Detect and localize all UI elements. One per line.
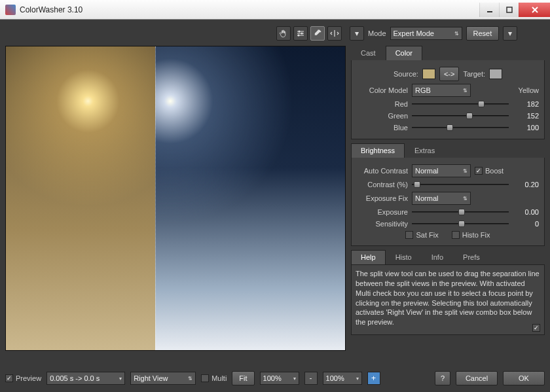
eyedropper-tool-icon[interactable] bbox=[310, 26, 325, 41]
histo-fix-checkbox[interactable]: Histo Fix bbox=[452, 231, 490, 239]
preview-before bbox=[6, 46, 155, 350]
top-toolbar: ▾ Mode Expert Mode Reset ▾ bbox=[5, 25, 545, 42]
help-button[interactable]: ? bbox=[435, 371, 450, 385]
sensitivity-slider[interactable] bbox=[412, 219, 509, 228]
color-model-label: Color Model bbox=[357, 86, 408, 94]
fit-button[interactable]: Fit bbox=[232, 371, 254, 385]
sensitivity-value: 0 bbox=[513, 220, 539, 228]
auto-contrast-select[interactable]: Normal bbox=[412, 164, 471, 177]
blue-slider[interactable] bbox=[412, 123, 509, 132]
bottom-toolbar: ✓Preview 0.005 s -> 0.0 s Right View Mul… bbox=[5, 370, 545, 387]
split-tool-icon[interactable] bbox=[327, 26, 342, 41]
sat-fix-checkbox[interactable]: Sat Fix bbox=[405, 231, 438, 239]
split-divider[interactable] bbox=[155, 46, 156, 350]
zoom-out-button[interactable]: - bbox=[304, 372, 318, 385]
help-corner-checkbox[interactable]: ✓ bbox=[532, 324, 540, 332]
contrast-label: Contrast (%) bbox=[357, 181, 408, 188]
tab-cast[interactable]: Cast bbox=[351, 46, 386, 60]
timing-readout[interactable]: 0.005 s -> 0.0 s bbox=[46, 372, 125, 385]
swap-button[interactable]: <-> bbox=[439, 67, 460, 81]
help-section: Help Histo Info Prefs The split view too… bbox=[351, 250, 545, 335]
tab-info[interactable]: Info bbox=[422, 250, 453, 264]
tab-prefs[interactable]: Prefs bbox=[453, 250, 490, 264]
hand-tool-icon[interactable] bbox=[276, 26, 291, 41]
green-slider[interactable] bbox=[412, 111, 509, 120]
red-slider[interactable] bbox=[412, 99, 509, 109]
auto-contrast-label: Auto Contrast bbox=[357, 167, 408, 175]
source-label: Source: bbox=[394, 70, 418, 78]
green-value: 152 bbox=[513, 112, 539, 120]
window-controls bbox=[479, 3, 550, 17]
svg-point-7 bbox=[299, 31, 301, 33]
svg-rect-1 bbox=[507, 7, 512, 12]
exposure-label: Exposure bbox=[357, 208, 408, 216]
cancel-button[interactable]: Cancel bbox=[456, 371, 498, 385]
app-window: ColorWasher 3.10 bbox=[0, 0, 550, 392]
zoom-in-button[interactable]: + bbox=[367, 372, 380, 385]
exposure-value: 0.00 bbox=[513, 208, 539, 216]
color-model-select[interactable]: RGB bbox=[412, 84, 471, 97]
color-panel: Source: <-> Target: Color Model RGB Yell… bbox=[351, 60, 545, 139]
target-label: Target: bbox=[463, 70, 485, 78]
tab-help[interactable]: Help bbox=[351, 250, 386, 264]
swatch-name: Yellow bbox=[519, 86, 539, 94]
zoom-right-select[interactable]: 100% bbox=[323, 372, 362, 385]
red-label: Red bbox=[357, 100, 408, 108]
blue-label: Blue bbox=[357, 124, 408, 132]
target-swatch[interactable] bbox=[489, 69, 502, 79]
splitview-select[interactable]: Right View bbox=[130, 372, 196, 385]
mode-select[interactable]: Expert Mode bbox=[390, 27, 462, 40]
options-tool-icon[interactable] bbox=[293, 26, 308, 41]
source-swatch[interactable] bbox=[422, 69, 435, 79]
app-icon bbox=[5, 5, 16, 15]
mode-label: Mode bbox=[368, 29, 386, 37]
exposure-fix-label: Exposure Fix bbox=[357, 194, 408, 202]
exposure-slider[interactable] bbox=[412, 207, 509, 217]
tab-brightness[interactable]: Brightness bbox=[351, 143, 405, 158]
tab-color[interactable]: Color bbox=[386, 46, 422, 60]
blue-value: 100 bbox=[513, 124, 539, 132]
sensitivity-label: Sensitivity bbox=[357, 220, 408, 228]
boost-checkbox[interactable]: ✓Boost bbox=[475, 167, 504, 175]
svg-point-9 bbox=[298, 35, 300, 37]
green-label: Green bbox=[357, 112, 408, 120]
preview-viewport[interactable] bbox=[5, 46, 346, 351]
close-button[interactable] bbox=[519, 3, 550, 17]
side-panels: Cast Color Source: <-> Target: Color Mod… bbox=[351, 46, 545, 366]
brightness-panel: Auto Contrast Normal ✓Boost Contrast (%)… bbox=[351, 158, 545, 246]
svg-point-8 bbox=[301, 33, 303, 35]
contrast-value: 0.20 bbox=[513, 181, 539, 188]
help-text-body: The split view tool can be used to drag … bbox=[351, 264, 545, 335]
red-value: 182 bbox=[513, 100, 539, 108]
tab-extras[interactable]: Extras bbox=[405, 143, 445, 158]
reset-dropdown-icon[interactable]: ▾ bbox=[503, 26, 517, 41]
brightness-section: Brightness Extras Auto Contrast Normal ✓… bbox=[351, 143, 545, 246]
exposure-fix-select[interactable]: Normal bbox=[412, 192, 471, 205]
tab-histo[interactable]: Histo bbox=[386, 250, 422, 264]
client-area: ▾ Mode Expert Mode Reset ▾ Cast Color bbox=[0, 20, 550, 392]
zoom-left-select[interactable]: 100% bbox=[260, 372, 299, 385]
window-title: ColorWasher 3.10 bbox=[20, 5, 479, 14]
titlebar[interactable]: ColorWasher 3.10 bbox=[0, 0, 550, 20]
preview-checkbox[interactable]: ✓Preview bbox=[5, 374, 41, 382]
maximize-button[interactable] bbox=[499, 3, 519, 17]
main-area: Cast Color Source: <-> Target: Color Mod… bbox=[5, 46, 545, 366]
ok-button[interactable]: OK bbox=[503, 371, 545, 385]
multi-checkbox[interactable]: Multi bbox=[201, 374, 227, 382]
preview-after bbox=[155, 46, 345, 350]
reset-button[interactable]: Reset bbox=[466, 26, 500, 41]
cast-color-section: Cast Color Source: <-> Target: Color Mod… bbox=[351, 46, 545, 139]
mode-dropdown-icon[interactable]: ▾ bbox=[350, 26, 364, 41]
help-text: The split view tool can be used to drag … bbox=[356, 270, 540, 326]
minimize-button[interactable] bbox=[479, 3, 499, 17]
contrast-slider[interactable] bbox=[412, 180, 509, 189]
